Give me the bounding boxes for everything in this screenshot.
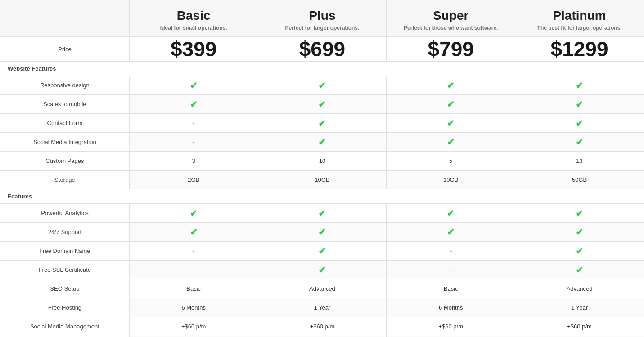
plan-desc-plus: Perfect for larger operations.: [263, 25, 382, 31]
price-basic: $399: [129, 37, 258, 62]
data-cell: 50GB: [515, 171, 644, 189]
check-icon: ✔: [318, 118, 326, 128]
data-cell: ✔: [515, 114, 644, 133]
check-icon: ✔: [447, 81, 455, 90]
data-cell: -: [387, 261, 515, 279]
data-cell: ✔: [129, 95, 258, 114]
dash-icon: -: [193, 119, 195, 127]
table-row: Powerful Analytics✔✔✔✔: [0, 204, 644, 223]
feature-label: Social Media Integration: [0, 133, 130, 152]
section-header-row: Website Features: [0, 62, 644, 76]
dash-icon: -: [193, 138, 195, 146]
data-cell: ✔: [515, 76, 644, 95]
section-title: Features: [0, 189, 644, 204]
data-cell: Basic: [129, 279, 258, 298]
data-cell: +$60 p/m: [258, 317, 387, 336]
dash-icon: -: [193, 266, 195, 274]
data-cell: Advanced: [258, 279, 387, 298]
data-cell: Basic: [387, 279, 515, 298]
data-cell: ✔: [129, 223, 258, 242]
check-icon: ✔: [447, 227, 455, 237]
data-cell: -: [129, 133, 258, 152]
data-cell: 5: [387, 152, 515, 171]
check-icon: ✔: [318, 81, 326, 90]
dash-icon: -: [450, 266, 452, 274]
plan-desc-super: Perfect for those who want software.: [391, 25, 510, 31]
data-cell: -: [387, 242, 515, 261]
feature-label: Social Media Management: [0, 317, 130, 336]
plan-name-basic: Basic: [134, 9, 253, 23]
data-cell: ✔: [387, 204, 515, 223]
feature-label: Powerful Analytics: [0, 204, 130, 223]
check-icon: ✔: [576, 81, 583, 90]
data-cell: ✔: [129, 204, 258, 223]
table-row: Responsive design✔✔✔✔: [0, 76, 644, 95]
check-icon: ✔: [576, 137, 583, 147]
check-icon: ✔: [190, 227, 198, 237]
data-cell: ✔: [387, 133, 515, 152]
check-icon: ✔: [318, 227, 326, 237]
table-row: 24/7 Support✔✔✔✔: [0, 223, 644, 242]
data-cell: +$60 p/m: [515, 317, 644, 336]
plan-header-plus: Plus Perfect for larger operations.: [258, 0, 387, 37]
data-cell: -: [129, 114, 258, 133]
plan-header-basic: Basic Ideal for small operations.: [129, 0, 258, 37]
plan-name-plus: Plus: [263, 9, 382, 23]
data-cell: 6 Months: [387, 298, 515, 317]
dash-icon: -: [450, 247, 452, 255]
check-icon: ✔: [318, 137, 326, 147]
check-icon: ✔: [318, 265, 326, 275]
data-cell: ✔: [258, 242, 387, 261]
data-cell: ✔: [515, 223, 644, 242]
check-icon: ✔: [447, 118, 455, 128]
data-cell: ✔: [258, 114, 387, 133]
feature-label: Contact Form: [0, 114, 130, 133]
price-platinum: $1299: [515, 37, 644, 62]
data-cell: ✔: [258, 76, 387, 95]
feature-label: Free Hosting: [0, 298, 130, 317]
data-cell: ✔: [515, 133, 644, 152]
check-icon: ✔: [318, 246, 326, 256]
check-icon: ✔: [447, 99, 455, 109]
table-row: Storage2GB10GB10GB50GB: [0, 171, 644, 189]
feature-label: Custom Pages: [0, 152, 130, 171]
feature-label: Responsive design: [0, 76, 130, 95]
data-cell: Advanced: [515, 279, 644, 298]
data-cell: ✔: [387, 114, 515, 133]
price-label: Price: [0, 37, 130, 62]
pricing-table: Basic Ideal for small operations. Plus P…: [0, 0, 644, 337]
data-cell: -: [129, 261, 258, 279]
table-row: Social Media Management+$60 p/m+$60 p/m+…: [0, 317, 644, 336]
price-row: Price $399 $699 $799 $1299: [0, 37, 644, 62]
plan-header-platinum: Platinum The best fit for larger operati…: [515, 0, 644, 37]
check-icon: ✔: [447, 208, 455, 218]
plan-desc-platinum: The best fit for larger operations.: [520, 25, 639, 31]
plan-name-super: Super: [391, 9, 510, 23]
price-super: $799: [387, 37, 515, 62]
feature-label: Free SSL Certificate: [0, 261, 130, 279]
check-icon: ✔: [190, 99, 198, 109]
plan-header-super: Super Perfect for those who want softwar…: [387, 0, 515, 37]
check-icon: ✔: [318, 208, 326, 218]
feature-label: 24/7 Support: [0, 223, 130, 242]
check-icon: ✔: [318, 99, 326, 109]
data-cell: 1 Year: [258, 298, 387, 317]
data-cell: 6 Months: [129, 298, 258, 317]
data-cell: ✔: [258, 133, 387, 152]
price-plus: $699: [258, 37, 387, 62]
data-cell: ✔: [129, 76, 258, 95]
dash-icon: -: [193, 247, 195, 255]
data-cell: ✔: [515, 95, 644, 114]
data-cell: 10: [258, 152, 387, 171]
plan-desc-basic: Ideal for small operations.: [134, 25, 253, 31]
table-row: Free Domain Name-✔-✔: [0, 242, 644, 261]
check-icon: ✔: [576, 99, 583, 109]
data-cell: ✔: [258, 95, 387, 114]
data-cell: ✔: [258, 204, 387, 223]
data-cell: 13: [515, 152, 644, 171]
table-row: Free Hosting6 Months1 Year6 Months1 Year: [0, 298, 644, 317]
feature-label: Free Domain Name: [0, 242, 130, 261]
table-row: SEO SetupBasicAdvancedBasicAdvanced: [0, 279, 644, 298]
check-icon: ✔: [576, 227, 583, 237]
check-icon: ✔: [576, 208, 583, 218]
